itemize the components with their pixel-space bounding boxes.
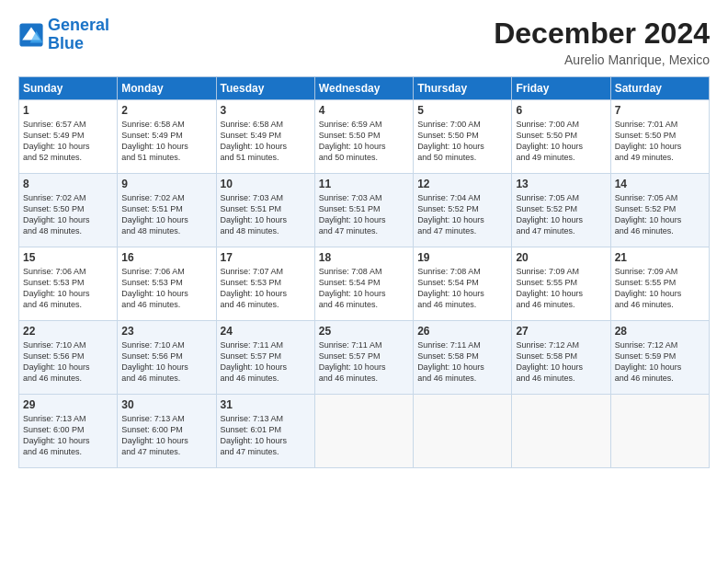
day-number: 15 (23, 251, 113, 264)
cell-info: Sunrise: 7:03 AMSunset: 5:51 PMDaylight:… (319, 192, 409, 237)
title-block: December 2024 Aurelio Manrique, Mexico (494, 17, 710, 67)
table-cell: 21Sunrise: 7:09 AMSunset: 5:55 PMDayligh… (610, 247, 709, 321)
cell-info: Sunrise: 7:11 AMSunset: 5:57 PMDaylight:… (319, 339, 409, 385)
day-number: 31 (221, 398, 311, 411)
day-number: 16 (121, 251, 211, 264)
cell-info: Sunrise: 7:05 AMSunset: 5:52 PMDaylight:… (615, 192, 705, 237)
day-number: 30 (121, 398, 211, 411)
table-cell: 25Sunrise: 7:11 AMSunset: 5:57 PMDayligh… (314, 321, 413, 395)
day-number: 2 (121, 104, 211, 117)
table-cell: 2Sunrise: 6:58 AMSunset: 5:49 PMDaylight… (118, 100, 216, 174)
day-number: 29 (23, 398, 113, 411)
cell-info: Sunrise: 7:01 AMSunset: 5:50 PMDaylight:… (615, 119, 705, 164)
cell-info: Sunrise: 7:07 AMSunset: 5:53 PMDaylight:… (221, 266, 311, 311)
cell-info: Sunrise: 7:05 AMSunset: 5:52 PMDaylight:… (516, 192, 606, 237)
cell-info: Sunrise: 7:08 AMSunset: 5:54 PMDaylight:… (319, 266, 409, 311)
table-cell: 29Sunrise: 7:13 AMSunset: 6:00 PMDayligh… (19, 395, 118, 468)
table-cell: 26Sunrise: 7:11 AMSunset: 5:58 PMDayligh… (414, 321, 512, 395)
table-cell: 15Sunrise: 7:06 AMSunset: 5:53 PMDayligh… (19, 247, 118, 321)
cell-info: Sunrise: 7:02 AMSunset: 5:50 PMDaylight:… (23, 192, 113, 237)
day-number: 28 (615, 325, 705, 338)
cell-info: Sunrise: 7:11 AMSunset: 5:58 PMDaylight:… (417, 339, 507, 385)
table-cell: 9Sunrise: 7:02 AMSunset: 5:51 PMDaylight… (118, 174, 216, 247)
cell-info: Sunrise: 6:57 AMSunset: 5:49 PMDaylight:… (23, 119, 113, 164)
logo-icon (18, 22, 44, 48)
week-row-5: 29Sunrise: 7:13 AMSunset: 6:00 PMDayligh… (19, 395, 710, 468)
cell-info: Sunrise: 7:06 AMSunset: 5:53 PMDaylight:… (23, 266, 113, 311)
header: General Blue December 2024 Aurelio Manri… (18, 17, 710, 67)
day-number: 19 (417, 251, 507, 264)
cell-info: Sunrise: 7:00 AMSunset: 5:50 PMDaylight:… (516, 119, 606, 164)
table-cell: 22Sunrise: 7:10 AMSunset: 5:56 PMDayligh… (19, 321, 118, 395)
day-number: 1 (23, 104, 113, 117)
day-number: 17 (221, 251, 311, 264)
week-row-4: 22Sunrise: 7:10 AMSunset: 5:56 PMDayligh… (19, 321, 710, 395)
day-number: 20 (516, 251, 606, 264)
col-sunday: Sunday (19, 77, 118, 100)
col-friday: Friday (512, 77, 610, 100)
day-number: 14 (615, 178, 705, 190)
table-cell (610, 395, 709, 468)
cell-info: Sunrise: 7:13 AMSunset: 6:01 PMDaylight:… (221, 413, 311, 458)
day-number: 5 (417, 104, 507, 117)
cell-info: Sunrise: 7:12 AMSunset: 5:59 PMDaylight:… (615, 339, 705, 385)
table-cell: 20Sunrise: 7:09 AMSunset: 5:55 PMDayligh… (512, 247, 610, 321)
cell-info: Sunrise: 7:13 AMSunset: 6:00 PMDaylight:… (121, 413, 211, 458)
day-number: 10 (221, 178, 311, 190)
table-cell: 10Sunrise: 7:03 AMSunset: 5:51 PMDayligh… (216, 174, 314, 247)
day-number: 6 (516, 104, 606, 117)
week-row-2: 8Sunrise: 7:02 AMSunset: 5:50 PMDaylight… (19, 174, 710, 247)
table-cell: 28Sunrise: 7:12 AMSunset: 5:59 PMDayligh… (610, 321, 709, 395)
cell-info: Sunrise: 7:12 AMSunset: 5:58 PMDaylight:… (516, 339, 606, 385)
location: Aurelio Manrique, Mexico (494, 52, 710, 67)
day-number: 13 (516, 178, 606, 190)
cell-info: Sunrise: 7:04 AMSunset: 5:52 PMDaylight:… (417, 192, 507, 237)
cell-info: Sunrise: 6:59 AMSunset: 5:50 PMDaylight:… (319, 119, 409, 164)
calendar-header-row: Sunday Monday Tuesday Wednesday Thursday… (19, 77, 710, 100)
cell-info: Sunrise: 7:09 AMSunset: 5:55 PMDaylight:… (516, 266, 606, 311)
page: General Blue December 2024 Aurelio Manri… (0, 0, 728, 563)
table-cell: 16Sunrise: 7:06 AMSunset: 5:53 PMDayligh… (118, 247, 216, 321)
table-cell: 5Sunrise: 7:00 AMSunset: 5:50 PMDaylight… (414, 100, 512, 174)
cell-info: Sunrise: 7:10 AMSunset: 5:56 PMDaylight:… (121, 339, 211, 385)
table-cell (414, 395, 512, 468)
day-number: 7 (615, 104, 705, 117)
day-number: 9 (121, 178, 211, 190)
table-cell: 23Sunrise: 7:10 AMSunset: 5:56 PMDayligh… (118, 321, 216, 395)
day-number: 21 (615, 251, 705, 264)
day-number: 8 (23, 178, 113, 190)
logo-blue: Blue (48, 34, 84, 52)
logo-text: General Blue (48, 17, 109, 53)
table-cell: 12Sunrise: 7:04 AMSunset: 5:52 PMDayligh… (414, 174, 512, 247)
cell-info: Sunrise: 6:58 AMSunset: 5:49 PMDaylight:… (121, 119, 211, 164)
logo-general: General (48, 16, 109, 34)
month-title: December 2024 (494, 17, 710, 51)
day-number: 3 (221, 104, 311, 117)
day-number: 24 (221, 325, 311, 338)
col-thursday: Thursday (414, 77, 512, 100)
table-cell: 30Sunrise: 7:13 AMSunset: 6:00 PMDayligh… (118, 395, 216, 468)
table-cell: 27Sunrise: 7:12 AMSunset: 5:58 PMDayligh… (512, 321, 610, 395)
day-number: 25 (319, 325, 409, 338)
day-number: 18 (319, 251, 409, 264)
cell-info: Sunrise: 7:09 AMSunset: 5:55 PMDaylight:… (615, 266, 705, 311)
cell-info: Sunrise: 6:58 AMSunset: 5:49 PMDaylight:… (221, 119, 311, 164)
table-cell: 4Sunrise: 6:59 AMSunset: 5:50 PMDaylight… (314, 100, 413, 174)
cell-info: Sunrise: 7:02 AMSunset: 5:51 PMDaylight:… (121, 192, 211, 237)
cell-info: Sunrise: 7:00 AMSunset: 5:50 PMDaylight:… (417, 119, 507, 164)
col-saturday: Saturday (610, 77, 709, 100)
cell-info: Sunrise: 7:08 AMSunset: 5:54 PMDaylight:… (417, 266, 507, 311)
day-number: 26 (417, 325, 507, 338)
col-monday: Monday (118, 77, 216, 100)
table-cell: 8Sunrise: 7:02 AMSunset: 5:50 PMDaylight… (19, 174, 118, 247)
cell-info: Sunrise: 7:06 AMSunset: 5:53 PMDaylight:… (121, 266, 211, 311)
table-cell: 17Sunrise: 7:07 AMSunset: 5:53 PMDayligh… (216, 247, 314, 321)
table-cell: 3Sunrise: 6:58 AMSunset: 5:49 PMDaylight… (216, 100, 314, 174)
table-cell (314, 395, 413, 468)
table-cell: 19Sunrise: 7:08 AMSunset: 5:54 PMDayligh… (414, 247, 512, 321)
cell-info: Sunrise: 7:03 AMSunset: 5:51 PMDaylight:… (221, 192, 311, 237)
day-number: 23 (121, 325, 211, 338)
week-row-3: 15Sunrise: 7:06 AMSunset: 5:53 PMDayligh… (19, 247, 710, 321)
calendar-table: Sunday Monday Tuesday Wednesday Thursday… (18, 76, 710, 468)
cell-info: Sunrise: 7:11 AMSunset: 5:57 PMDaylight:… (221, 339, 311, 385)
